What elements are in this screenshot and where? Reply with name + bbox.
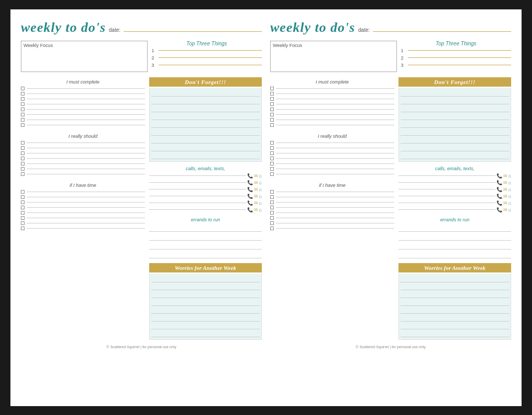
right-df6[interactable] bbox=[401, 128, 509, 136]
right-weekly-focus-box[interactable]: Weekly Focus bbox=[270, 41, 397, 72]
left-line-2[interactable] bbox=[159, 57, 262, 58]
right-cb-ht8[interactable] bbox=[270, 227, 274, 230]
left-w5[interactable] bbox=[151, 306, 260, 314]
right-err3[interactable] bbox=[398, 242, 511, 250]
left-cb-ht7[interactable] bbox=[21, 221, 25, 225]
right-cb-ht3[interactable] bbox=[270, 200, 274, 204]
left-cb-rs3[interactable] bbox=[21, 151, 25, 155]
right-df8[interactable] bbox=[401, 144, 509, 151]
right-err4[interactable] bbox=[398, 251, 511, 258]
left-err2[interactable] bbox=[149, 233, 262, 241]
right-w1[interactable] bbox=[401, 275, 509, 282]
left-cb-ht6[interactable] bbox=[21, 216, 25, 220]
right-w4[interactable] bbox=[401, 299, 509, 306]
left-err3[interactable] bbox=[149, 242, 262, 250]
left-cb-rs1[interactable] bbox=[21, 141, 25, 145]
left-w7[interactable] bbox=[151, 322, 260, 329]
left-cb-rs6[interactable] bbox=[21, 167, 25, 171]
right-cb-rs6[interactable] bbox=[270, 167, 274, 171]
left-cb-m5[interactable] bbox=[21, 108, 25, 111]
left-cb-m8[interactable] bbox=[21, 123, 25, 127]
right-cb-rs7[interactable] bbox=[270, 172, 274, 176]
right-cb-rs2[interactable] bbox=[270, 146, 274, 150]
left-cl-m5[interactable] bbox=[27, 109, 145, 110]
right-cb-ht1[interactable] bbox=[270, 190, 274, 194]
right-cb-ht7[interactable] bbox=[270, 221, 274, 225]
left-df7[interactable] bbox=[151, 136, 260, 144]
left-cb-rs4[interactable] bbox=[21, 157, 25, 160]
left-df8[interactable] bbox=[151, 144, 260, 151]
right-df3[interactable] bbox=[401, 105, 509, 112]
left-w2[interactable] bbox=[151, 283, 260, 290]
right-w2[interactable] bbox=[401, 283, 509, 290]
left-df5[interactable] bbox=[151, 121, 260, 128]
left-cb-ht1[interactable] bbox=[21, 190, 25, 194]
left-cb-ht2[interactable] bbox=[21, 195, 25, 199]
right-err1[interactable] bbox=[398, 224, 511, 232]
left-cl-m4[interactable] bbox=[27, 104, 145, 104]
left-cb-m7[interactable] bbox=[21, 118, 25, 122]
left-cb-ht5[interactable] bbox=[21, 211, 25, 215]
left-cl-m1[interactable] bbox=[27, 88, 145, 89]
left-cb-m2[interactable] bbox=[21, 92, 25, 96]
right-cb-ht6[interactable] bbox=[270, 216, 274, 220]
left-cb-m4[interactable] bbox=[21, 102, 25, 106]
left-df1[interactable] bbox=[151, 89, 260, 97]
right-w7[interactable] bbox=[401, 322, 509, 329]
left-w6[interactable] bbox=[151, 314, 260, 322]
right-df9[interactable] bbox=[401, 152, 509, 159]
left-df3[interactable] bbox=[151, 105, 260, 112]
right-cb-m4[interactable] bbox=[270, 102, 274, 106]
right-df4[interactable] bbox=[401, 113, 509, 120]
left-cb-rs5[interactable] bbox=[21, 162, 25, 165]
left-line-3[interactable] bbox=[159, 65, 262, 65]
left-df9[interactable] bbox=[151, 152, 260, 159]
left-cb-rs2[interactable] bbox=[21, 146, 25, 150]
right-cb-m2[interactable] bbox=[270, 92, 274, 96]
left-cb-rs7[interactable] bbox=[21, 172, 25, 176]
right-cb-rs4[interactable] bbox=[270, 157, 274, 160]
right-w8[interactable] bbox=[401, 330, 509, 337]
left-line-1[interactable] bbox=[159, 50, 262, 51]
right-cb-m5[interactable] bbox=[270, 108, 274, 111]
right-w3[interactable] bbox=[401, 291, 509, 298]
right-w5[interactable] bbox=[401, 306, 509, 314]
right-cb-m8[interactable] bbox=[270, 123, 274, 127]
right-cb-rs5[interactable] bbox=[270, 162, 274, 165]
left-cb-ht8[interactable] bbox=[21, 227, 25, 230]
left-err1[interactable] bbox=[149, 224, 262, 232]
left-cl-m6[interactable] bbox=[27, 114, 145, 115]
left-cb-ht3[interactable] bbox=[21, 200, 25, 204]
right-cb-rs3[interactable] bbox=[270, 151, 274, 155]
left-cb-m6[interactable] bbox=[21, 113, 25, 116]
left-cb-m3[interactable] bbox=[21, 97, 25, 101]
right-cb-m7[interactable] bbox=[270, 118, 274, 122]
left-df4[interactable] bbox=[151, 113, 260, 120]
right-cb-ht4[interactable] bbox=[270, 206, 274, 209]
right-cb-m1[interactable] bbox=[270, 87, 274, 90]
right-err2[interactable] bbox=[398, 233, 511, 241]
left-w4[interactable] bbox=[151, 299, 260, 306]
right-df5[interactable] bbox=[401, 121, 509, 128]
right-cb-rs1[interactable] bbox=[270, 141, 274, 145]
right-cb-ht5[interactable] bbox=[270, 211, 274, 215]
left-cl-m7[interactable] bbox=[27, 120, 145, 120]
left-w8[interactable] bbox=[151, 330, 260, 337]
left-w1[interactable] bbox=[151, 275, 260, 282]
left-w3[interactable] bbox=[151, 291, 260, 298]
left-err4[interactable] bbox=[149, 251, 262, 258]
right-df1[interactable] bbox=[401, 89, 509, 97]
right-cb-ht2[interactable] bbox=[270, 195, 274, 199]
left-df6[interactable] bbox=[151, 128, 260, 136]
left-cl-m8[interactable] bbox=[27, 125, 145, 125]
left-cl-m2[interactable] bbox=[27, 93, 145, 94]
left-cb-ht4[interactable] bbox=[21, 206, 25, 209]
right-df2[interactable] bbox=[401, 97, 509, 104]
right-cb-m3[interactable] bbox=[270, 97, 274, 101]
right-w6[interactable] bbox=[401, 314, 509, 322]
right-cb-m6[interactable] bbox=[270, 113, 274, 116]
left-cl-m3[interactable] bbox=[27, 99, 145, 99]
right-df7[interactable] bbox=[401, 136, 509, 144]
left-weekly-focus-box[interactable]: Weekly Focus bbox=[21, 41, 148, 72]
left-cb-m1[interactable] bbox=[21, 87, 25, 90]
